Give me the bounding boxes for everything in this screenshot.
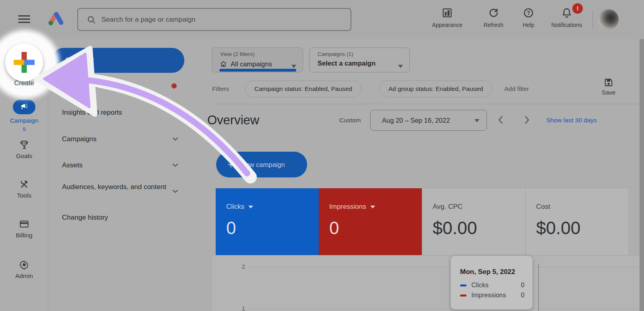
rail-billing-label: Billing	[16, 232, 32, 239]
dropdown-caret-icon[interactable]	[248, 206, 253, 208]
dropdown-caret-icon	[398, 65, 403, 68]
show-last-30-days-link[interactable]: Show last 30 days	[546, 117, 597, 124]
scorecard-cost[interactable]: Cost $0.00	[525, 188, 629, 255]
help-icon: ?	[509, 7, 548, 20]
tools-icon	[19, 179, 29, 189]
scorecard-cost-label: Cost	[536, 203, 550, 211]
scorecard-row: Clicks 0 Impressions 0 Avg. CPC $0.00 Co…	[216, 188, 629, 255]
rail-item-goals[interactable]: Goals	[0, 140, 48, 160]
refresh-icon	[474, 7, 513, 20]
save-icon	[603, 77, 614, 88]
notification-badge: !	[572, 3, 583, 14]
google-ads-logo-icon[interactable]	[47, 10, 65, 29]
divider	[212, 104, 640, 104]
gridline	[250, 309, 640, 309]
view-filter-dropdown[interactable]: View (2 filters) All campaigns	[212, 47, 303, 72]
nav-item-assets[interactable]: Assets	[62, 161, 83, 169]
previous-range-button[interactable]	[498, 115, 504, 125]
performance-chart[interactable]: 2 1 Mon, Sep 5, 2022 Clicks 0 Impression…	[212, 255, 640, 311]
save-button[interactable]: Save	[597, 77, 621, 96]
save-label: Save	[602, 89, 615, 96]
help-label: Help	[523, 22, 535, 29]
new-campaign-button[interactable]: + New campaign	[216, 152, 307, 177]
next-range-button[interactable]	[524, 115, 530, 125]
refresh-label: Refresh	[483, 22, 503, 29]
nav-item-overview[interactable]: Overview	[52, 48, 184, 73]
campaign-select-label: Campaigns (1)	[318, 51, 353, 57]
date-range-type: Custom	[339, 117, 361, 124]
appearance-label: Appearance	[432, 22, 462, 29]
chip-text: Campaign status: Enabled, Paused	[254, 85, 352, 93]
vertical-scrollbar[interactable]	[640, 39, 644, 311]
dropdown-caret-icon	[475, 119, 479, 122]
rail-item-billing[interactable]: Billing	[0, 219, 48, 239]
rail-campaigns-label: Campaigns	[9, 117, 39, 133]
nav-insights-label: Insights and reports	[62, 109, 122, 116]
active-tab-indicator	[219, 69, 296, 72]
chevron-down-icon[interactable]	[172, 163, 178, 167]
tooltip-date: Mon, Sep 5, 2022	[460, 268, 524, 276]
search-placeholder: Search for a page or campaign	[101, 16, 195, 24]
campaigns-pill	[13, 100, 35, 114]
filter-chip-adgroup-status[interactable]: Ad group status: Enabled, Paused	[379, 80, 492, 97]
filter-chip-campaign-status[interactable]: Campaign status: Enabled, Paused	[245, 80, 361, 97]
scorecard-impressions-label: Impressions	[329, 203, 366, 211]
nav-recommendations-label: Recommendations	[62, 82, 119, 89]
refresh-button[interactable]: Refresh	[474, 7, 513, 29]
nav-item-change-history[interactable]: Change history	[62, 214, 108, 222]
tooltip-impressions-label: Impressions	[471, 292, 512, 299]
chevron-down-icon[interactable]	[172, 111, 178, 114]
notifications-button[interactable]: ! Notifications	[547, 7, 586, 29]
rail-admin-label: Admin	[15, 272, 33, 279]
appearance-icon	[428, 7, 466, 20]
impressions-series-swatch	[460, 295, 466, 297]
create-button[interactable]	[5, 43, 43, 81]
menu-icon[interactable]	[18, 15, 30, 24]
date-range-value: Aug 20 – Sep 16, 2022	[382, 117, 450, 124]
gear-icon	[19, 260, 29, 270]
nav-audiences-label: Audiences, keywords, and content	[62, 183, 166, 191]
account-avatar[interactable]	[599, 9, 619, 29]
nav-overview-label: Overview	[65, 56, 94, 64]
appearance-button[interactable]: Appearance	[428, 7, 466, 29]
new-campaign-label: New campaign	[241, 161, 285, 169]
filters-label: Filters	[212, 85, 229, 93]
page-title: Overview	[207, 113, 259, 128]
nav-item-recommendations[interactable]: Recommendations	[62, 82, 119, 90]
chevron-down-icon[interactable]	[172, 189, 178, 193]
nav-change-history-label: Change history	[62, 214, 108, 221]
campaign-select-dropdown[interactable]: Campaigns (1) Select a campaign	[309, 47, 410, 72]
scorecard-clicks[interactable]: Clicks 0	[216, 188, 319, 255]
topbar-divider	[592, 10, 593, 29]
recommendations-dot	[171, 83, 177, 89]
scorecard-clicks-label: Clicks	[226, 203, 244, 211]
scorecard-avg-cpc-label: Avg. CPC	[433, 203, 462, 211]
scorecard-cost-value: $0.00	[536, 218, 629, 238]
add-filter-button[interactable]: Add filter	[504, 85, 529, 93]
rail-item-tools[interactable]: Tools	[0, 179, 48, 199]
nav-campaigns-label: Campaigns	[62, 135, 97, 143]
scorecard-impressions-value: 0	[329, 218, 422, 238]
campaign-select-value: Select a campaign	[318, 60, 376, 67]
plus-icon: +	[227, 159, 235, 171]
chevron-down-icon[interactable]	[172, 137, 178, 141]
gridline	[250, 267, 640, 267]
scorecard-avg-cpc-value: $0.00	[433, 218, 525, 238]
create-plus-icon	[13, 51, 35, 74]
tooltip-clicks-value: 0	[516, 282, 524, 289]
chart-hover-line	[538, 264, 539, 311]
search-input[interactable]: Search for a page or campaign	[77, 8, 351, 31]
nav-item-campaigns[interactable]: Campaigns	[62, 135, 97, 143]
scorecard-avg-cpc[interactable]: Avg. CPC $0.00	[422, 188, 525, 255]
nav-item-audiences[interactable]: Audiences, keywords, and content	[62, 181, 167, 193]
help-button[interactable]: ? Help	[509, 7, 548, 29]
tooltip-impressions-value: 0	[516, 292, 524, 299]
rail-item-admin[interactable]: Admin	[0, 260, 48, 280]
y-axis-tick: 1	[235, 305, 245, 311]
dropdown-caret-icon[interactable]	[370, 206, 375, 208]
date-range-dropdown[interactable]: Aug 20 – Sep 16, 2022	[370, 110, 487, 131]
scorecard-impressions[interactable]: Impressions 0	[319, 188, 422, 255]
nav-item-insights[interactable]: Insights and reports	[62, 109, 122, 117]
rail-item-campaigns[interactable]: Campaigns	[0, 100, 48, 133]
chart-tooltip: Mon, Sep 5, 2022 Clicks 0 Impressions 0	[451, 256, 533, 309]
